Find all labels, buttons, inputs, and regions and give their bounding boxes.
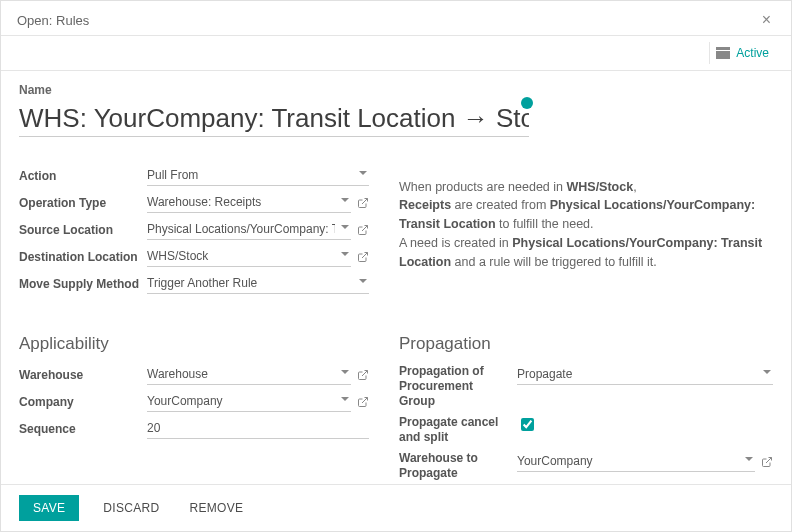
dialog-footer: SAVE DISCARD REMOVE — [1, 484, 791, 531]
move-supply-method-label: Move Supply Method — [19, 277, 139, 291]
external-link-icon[interactable] — [357, 224, 369, 236]
sequence-input[interactable] — [147, 418, 369, 439]
external-link-icon[interactable] — [357, 396, 369, 408]
dialog-body: Name Action Operation Type — [1, 83, 791, 497]
action-label: Action — [19, 169, 139, 183]
close-button[interactable]: × — [758, 11, 775, 29]
warehouse-label: Warehouse — [19, 368, 139, 382]
external-link-icon[interactable] — [761, 456, 773, 468]
destination-location-label: Destination Location — [19, 250, 139, 264]
external-link-icon[interactable] — [357, 251, 369, 263]
dialog-title: Open: Rules — [17, 13, 89, 28]
rules-dialog: Open: Rules × Active Name Action — [0, 0, 792, 532]
save-button[interactable]: SAVE — [19, 495, 79, 521]
svg-line-1 — [362, 225, 368, 231]
company-label: Company — [19, 395, 139, 409]
active-status-button[interactable]: Active — [709, 42, 775, 64]
rule-description: When products are needed in WHS/Stock, R… — [399, 178, 773, 272]
active-status-label: Active — [736, 46, 769, 60]
destination-location-select[interactable] — [147, 246, 351, 267]
name-input[interactable] — [19, 101, 529, 137]
external-link-icon[interactable] — [357, 197, 369, 209]
warehouse-to-propagate-select[interactable] — [517, 451, 755, 472]
company-select[interactable] — [147, 391, 351, 412]
close-icon: × — [762, 11, 771, 28]
discard-button[interactable]: DISCARD — [97, 500, 165, 516]
propagation-section: Propagation Propagation of Procurement G… — [399, 334, 773, 487]
move-supply-method-select[interactable] — [147, 273, 369, 294]
status-bar: Active — [1, 35, 791, 71]
propagate-cancel-label: Propagate cancel and split — [399, 415, 509, 445]
warehouse-select[interactable] — [147, 364, 351, 385]
svg-line-3 — [362, 370, 368, 376]
source-location-label: Source Location — [19, 223, 139, 237]
propagation-heading: Propagation — [399, 334, 773, 354]
propagate-cancel-checkbox[interactable] — [521, 418, 534, 431]
description-column: When products are needed in WHS/Stock, R… — [399, 165, 773, 300]
translate-icon[interactable] — [521, 97, 533, 109]
sequence-label: Sequence — [19, 422, 139, 436]
fields-column: Action Operation Type — [19, 165, 369, 300]
applicability-section: Applicability Warehouse Company — [19, 334, 369, 487]
dialog-header: Open: Rules × — [1, 1, 791, 35]
svg-line-0 — [362, 198, 368, 204]
source-location-select[interactable] — [147, 219, 351, 240]
external-link-icon[interactable] — [357, 369, 369, 381]
warehouse-to-propagate-label: Warehouse to Propagate — [399, 451, 509, 481]
svg-line-2 — [362, 252, 368, 258]
name-label: Name — [19, 83, 529, 97]
operation-type-label: Operation Type — [19, 196, 139, 210]
propagation-group-select[interactable] — [517, 364, 773, 385]
svg-line-5 — [766, 457, 772, 463]
applicability-heading: Applicability — [19, 334, 369, 354]
archive-icon — [716, 47, 730, 59]
name-field-group: Name — [19, 83, 529, 137]
action-select[interactable] — [147, 165, 369, 186]
svg-line-4 — [362, 397, 368, 403]
propagation-group-label: Propagation of Procurement Group — [399, 364, 509, 409]
remove-button[interactable]: REMOVE — [183, 500, 249, 516]
operation-type-select[interactable] — [147, 192, 351, 213]
